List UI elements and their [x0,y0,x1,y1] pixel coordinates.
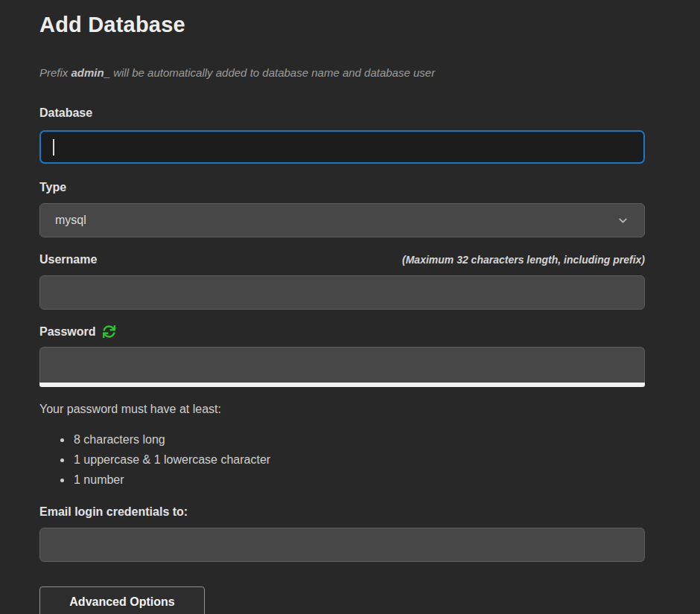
password-label: Password [39,325,96,338]
add-database-form: Add Database Prefix admin_ will be autom… [0,13,700,614]
database-input[interactable] [39,130,645,164]
password-requirement-item: 1 uppercase & 1 lowercase character [72,453,645,467]
chevron-down-icon [617,214,629,227]
type-select-value: mysql [55,214,86,227]
password-requirements-intro: Your password must have at least: [39,403,645,415]
password-field-group [39,347,645,387]
generate-password-refresh-icon[interactable] [103,325,115,338]
username-input[interactable] [39,275,645,310]
type-select[interactable]: mysql [39,203,645,237]
password-input[interactable] [39,347,645,383]
advanced-options-button[interactable]: Advanced Options [39,586,205,614]
prefix-note: Prefix admin_ will be automatically adde… [39,67,645,79]
type-label: Type [39,181,645,194]
prefix-note-post: will be automatically added to database … [110,66,435,79]
email-label: Email login credentials to: [39,505,645,518]
username-hint: (Maximum 32 characters length, including… [402,255,645,266]
password-strength-meter [39,383,645,387]
page-title: Add Database [39,13,645,36]
password-requirement-item: 1 number [72,473,645,487]
email-input[interactable] [39,528,645,562]
text-caret [53,139,54,156]
database-label: Database [39,106,645,119]
prefix-highlight: admin_ [71,66,111,79]
username-label: Username [39,253,97,266]
username-label-row: Username (Maximum 32 characters length, … [39,253,645,266]
password-label-row: Password [39,325,645,338]
prefix-note-pre: Prefix [39,66,71,79]
password-requirement-item: 8 characters long [72,433,645,447]
password-requirements-list: 8 characters long 1 uppercase & 1 lowerc… [39,433,645,487]
